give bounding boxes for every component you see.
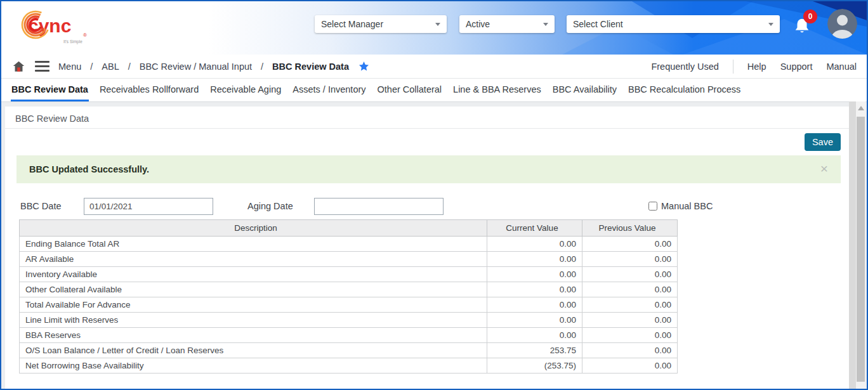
row-description: AR Available <box>20 252 487 267</box>
cync-logo[interactable]: cync ® It's Simple <box>19 5 102 47</box>
close-icon[interactable]: × <box>820 155 828 182</box>
row-current: 0.00 <box>487 252 582 267</box>
registered-mark: ® <box>83 32 87 38</box>
row-previous: 0.00 <box>582 313 678 328</box>
manual-bbc-checkbox[interactable] <box>648 202 657 211</box>
breadcrumb: Menu / ABL / BBC Review / Manual Input /… <box>11 60 370 74</box>
row-previous: 0.00 <box>582 252 678 267</box>
manual-bbc-label: Manual BBC <box>661 201 713 211</box>
user-avatar[interactable] <box>827 9 857 39</box>
select-manager-dropdown[interactable]: Select Manager <box>315 15 447 33</box>
top-header: cync ® It's Simple Select Manager Active… <box>1 1 867 55</box>
page-title: BBC Review Data <box>15 114 89 124</box>
date-form-row: BBC Date Aging Date Manual BBC <box>5 197 849 215</box>
table-row: Net Borrowing Base Availability (253.75)… <box>20 358 678 374</box>
chevron-down-icon <box>768 23 773 26</box>
success-message: BBC Updated Successfully. <box>29 155 149 183</box>
row-current: 0.00 <box>487 237 582 252</box>
row-previous: 0.00 <box>582 297 678 313</box>
row-previous: 0.00 <box>582 343 678 358</box>
breadcrumb-separator: / <box>128 62 131 72</box>
breadcrumb-menu[interactable]: Menu <box>58 62 81 72</box>
col-description: Description <box>20 220 487 237</box>
row-current: 253.75 <box>487 343 582 358</box>
row-current: 0.00 <box>487 267 582 282</box>
breadcrumb-bar: Menu / ABL / BBC Review / Manual Input /… <box>1 55 867 79</box>
bbc-date-input[interactable] <box>84 198 213 215</box>
notification-count: 0 <box>808 12 813 21</box>
save-button[interactable]: Save <box>805 133 841 151</box>
table-row: Total Available For Advance 0.00 0.00 <box>20 297 678 313</box>
table-header-row: Description Current Value Previous Value <box>20 220 678 237</box>
tab-receivables-rollforward[interactable]: Receivables Rollforward <box>99 79 199 101</box>
notification-count-badge[interactable]: 0 <box>803 10 817 23</box>
row-current: 0.00 <box>487 328 582 343</box>
row-previous: 0.00 <box>582 282 678 297</box>
tab-bbc-availability[interactable]: BBC Availability <box>552 79 617 101</box>
row-description: Line Limit with Reserves <box>20 313 487 328</box>
row-previous: 0.00 <box>582 237 678 252</box>
row-previous: 0.00 <box>582 358 678 374</box>
row-previous: 0.00 <box>582 328 678 343</box>
menu-toggle-icon[interactable] <box>35 61 49 72</box>
tab-bbc-review-data[interactable]: BBC Review Data <box>11 79 89 101</box>
bbc-values-table: Description Current Value Previous Value… <box>19 219 678 374</box>
table-row: O/S Loan Balance / Letter of Credit / Lo… <box>20 343 678 358</box>
row-description: Net Borrowing Base Availability <box>20 358 487 374</box>
row-current: 0.00 <box>487 282 582 297</box>
row-description: O/S Loan Balance / Letter of Credit / Lo… <box>20 343 487 358</box>
chevron-down-icon <box>435 23 440 26</box>
bbc-date-label: BBC Date <box>20 197 61 215</box>
row-description: Inventory Available <box>20 267 487 282</box>
chevron-down-icon <box>543 23 548 26</box>
manual-bbc-group: Manual BBC <box>648 197 713 215</box>
row-description: Other Collateral Available <box>20 282 487 297</box>
home-icon[interactable] <box>11 60 26 74</box>
vertical-scrollbar[interactable] <box>856 101 865 389</box>
frequently-used-link[interactable]: Frequently Used <box>651 62 718 72</box>
aging-date-input[interactable] <box>314 198 444 215</box>
breadcrumb-separator: / <box>261 62 263 72</box>
status-dropdown[interactable]: Active <box>459 15 555 33</box>
row-description: Ending Balance Total AR <box>20 237 487 252</box>
manual-link[interactable]: Manual <box>826 62 857 72</box>
favorite-star-icon[interactable] <box>358 60 370 72</box>
breadcrumb-abl[interactable]: ABL <box>102 62 119 72</box>
row-description: BBA Reserves <box>20 328 487 343</box>
tab-line-bba-reserves[interactable]: Line & BBA Reserves <box>452 79 542 101</box>
row-description: Total Available For Advance <box>20 297 487 313</box>
scroll-up-arrow-icon[interactable] <box>858 106 864 110</box>
table-row: AR Available 0.00 0.00 <box>20 252 678 267</box>
table-row: Line Limit with Reserves 0.00 0.00 <box>20 313 678 328</box>
app-window: cync ® It's Simple Select Manager Active… <box>0 0 868 390</box>
select-client-value: Select Client <box>573 19 623 29</box>
breadcrumb-actions: Frequently Used Help Support Manual <box>651 60 857 74</box>
tab-bbc-recalculation-process[interactable]: BBC Recalculation Process <box>628 79 741 101</box>
tab-other-collateral[interactable]: Other Collateral <box>377 79 443 101</box>
table-row: Other Collateral Available 0.00 0.00 <box>20 282 678 297</box>
col-current-value: Current Value <box>487 220 582 237</box>
help-link[interactable]: Help <box>747 62 766 72</box>
aging-date-label: Aging Date <box>247 197 293 215</box>
scroll-gutter <box>849 101 856 389</box>
scrollbar-thumb[interactable] <box>857 117 865 382</box>
success-alert: BBC Updated Successfully. × <box>16 155 841 183</box>
tab-assets-inventory[interactable]: Assets / Inventory <box>292 79 366 101</box>
table-row: Ending Balance Total AR 0.00 0.00 <box>20 237 678 252</box>
select-client-dropdown[interactable]: Select Client <box>567 15 780 33</box>
brand-tagline: It's Simple <box>63 39 82 44</box>
status-value: Active <box>466 19 490 29</box>
breadcrumb-bbc-review-manual-input[interactable]: BBC Review / Manual Input <box>140 62 252 72</box>
divider <box>733 60 733 74</box>
main-panel: BBC Review Data Save BBC Updated Success… <box>5 107 849 389</box>
tab-receivable-aging[interactable]: Receivable Aging <box>209 79 282 101</box>
divider <box>5 128 849 129</box>
breadcrumb-separator: / <box>90 62 93 72</box>
tab-bar: BBC Review Data Receivables Rollforward … <box>1 79 867 102</box>
support-link[interactable]: Support <box>780 62 813 72</box>
row-current: (253.75) <box>487 358 582 374</box>
table-row: Inventory Available 0.00 0.00 <box>20 267 678 282</box>
breadcrumb-bbc-review-data: BBC Review Data <box>272 62 349 72</box>
row-previous: 0.00 <box>582 267 678 282</box>
select-manager-value: Select Manager <box>321 19 383 29</box>
